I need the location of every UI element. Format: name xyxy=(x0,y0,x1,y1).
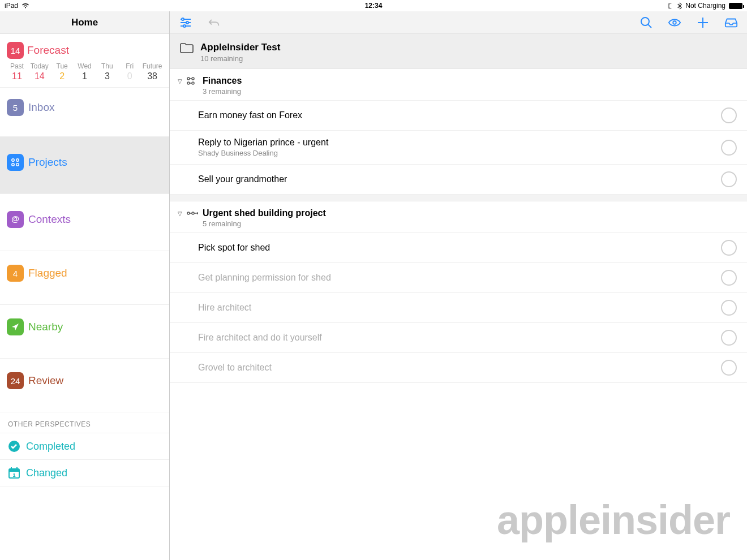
view-button[interactable] xyxy=(668,16,681,29)
forecast-count[interactable]: 1 xyxy=(74,71,96,81)
task-checkbox[interactable] xyxy=(721,300,737,316)
watermark-text: appleinsider xyxy=(497,497,730,543)
forecast-label: Forecast xyxy=(27,44,69,57)
sidebar-item-contexts[interactable]: @ Contexts xyxy=(0,194,169,251)
task-title: Get planning permission for shed xyxy=(198,273,721,283)
task-checkbox[interactable] xyxy=(721,140,737,156)
bluetooth-icon xyxy=(677,2,682,10)
contexts-label: Contexts xyxy=(28,213,71,226)
project-remaining: 10 remaining xyxy=(200,54,280,63)
forecast-count[interactable]: 3 xyxy=(96,71,118,81)
svg-point-15 xyxy=(186,21,188,24)
disclosure-triangle-icon[interactable]: ▽ xyxy=(178,210,182,217)
check-circle-icon xyxy=(8,440,20,453)
undo-button[interactable] xyxy=(207,16,221,29)
toolbar xyxy=(170,11,747,34)
svg-point-14 xyxy=(182,18,184,20)
group-header-shed[interactable]: ▽ Urgent shed building project 5 remaini… xyxy=(170,201,747,232)
project-group: ▽ Urgent shed building project 5 remaini… xyxy=(170,201,747,383)
sidebar-item-nearby[interactable]: Nearby xyxy=(0,305,169,359)
task-row[interactable]: Pick spot for shed xyxy=(170,232,747,262)
status-bar: iPad 12:34 Not Charging xyxy=(0,0,747,11)
inbox-tray-button[interactable] xyxy=(724,16,738,29)
svg-point-30 xyxy=(192,212,194,214)
forecast-count[interactable]: 2 xyxy=(51,71,74,81)
forecast-count[interactable]: 11 xyxy=(6,71,28,81)
nearby-label: Nearby xyxy=(28,321,63,333)
task-checkbox[interactable] xyxy=(721,107,737,123)
main-panel: AppleInsider Test 10 remaining ▽ Finance… xyxy=(170,11,747,560)
perspective-changed[interactable]: 1 Changed xyxy=(0,460,169,486)
sidebar-body[interactable]: 14 Forecast Past Today Tue Wed Thu Fri F… xyxy=(0,34,169,560)
task-checkbox[interactable] xyxy=(721,270,737,286)
task-title: Earn money fast on Forex xyxy=(198,110,721,120)
task-row[interactable]: Sell your grandmother xyxy=(170,164,747,194)
inbox-label: Inbox xyxy=(28,101,54,114)
svg-point-16 xyxy=(183,25,186,27)
app-frame: Home 14 Forecast Past Today Tue Wed Thu … xyxy=(0,11,747,560)
forecast-badge: 14 xyxy=(7,42,24,59)
task-row[interactable]: Fire architect and do it yourself xyxy=(170,322,747,352)
task-row[interactable]: Earn money fast on Forex xyxy=(170,100,747,130)
task-checkbox[interactable] xyxy=(721,330,737,346)
svg-point-1 xyxy=(16,159,19,161)
completed-label: Completed xyxy=(26,441,75,453)
forecast-day: Wed xyxy=(74,62,96,70)
wifi-icon xyxy=(22,3,29,8)
task-row[interactable]: Hire architect xyxy=(170,292,747,322)
sidebar-item-inbox[interactable]: 5 Inbox xyxy=(0,88,169,137)
sidebar-item-review[interactable]: 24 Review xyxy=(0,359,169,412)
task-row[interactable]: Grovel to architect xyxy=(170,352,747,382)
forecast-count[interactable]: 38 xyxy=(141,71,164,81)
sidebar-title: Home xyxy=(0,11,169,34)
svg-text:@: @ xyxy=(11,214,19,223)
forecast-count[interactable]: 0 xyxy=(118,71,141,81)
search-button[interactable] xyxy=(639,16,653,29)
sidebar-item-projects[interactable]: Projects xyxy=(0,137,169,194)
task-title: Hire architect xyxy=(198,303,721,313)
filter-button[interactable] xyxy=(179,16,192,29)
svg-line-18 xyxy=(648,24,651,28)
task-title: Fire architect and do it yourself xyxy=(198,333,721,343)
forecast-count[interactable]: 14 xyxy=(28,71,51,81)
task-title: Grovel to architect xyxy=(198,363,721,373)
projects-label: Projects xyxy=(28,156,67,169)
inbox-badge: 5 xyxy=(7,99,24,116)
task-row[interactable]: Get planning permission for shed xyxy=(170,262,747,292)
project-title: AppleInsider Test xyxy=(200,42,280,53)
forecast-day: Tue xyxy=(51,62,74,70)
add-button[interactable] xyxy=(696,16,710,29)
charging-label: Not Charging xyxy=(685,2,725,10)
task-checkbox[interactable] xyxy=(721,171,737,187)
project-header[interactable]: AppleInsider Test 10 remaining xyxy=(170,34,747,69)
task-checkbox[interactable] xyxy=(721,240,737,256)
group-title: Urgent shed building project xyxy=(203,208,326,218)
clock: 12:34 xyxy=(365,2,383,10)
svg-point-3 xyxy=(16,163,19,166)
svg-text:1: 1 xyxy=(12,472,15,478)
task-context: Shady Business Dealing xyxy=(198,149,714,157)
task-checkbox[interactable] xyxy=(721,360,737,376)
svg-point-27 xyxy=(192,82,194,84)
project-group: ▽ Finances 3 remaining Earn money fast o… xyxy=(170,69,747,195)
svg-rect-9 xyxy=(16,467,18,470)
moon-icon xyxy=(668,3,674,9)
group-remaining: 3 remaining xyxy=(203,87,242,96)
parallel-icon xyxy=(187,77,198,85)
sidebar-item-flagged[interactable]: 4 Flagged xyxy=(0,251,169,305)
forecast-day: Past xyxy=(6,62,28,70)
sidebar: Home 14 Forecast Past Today Tue Wed Thu … xyxy=(0,11,170,560)
sequential-icon xyxy=(187,209,198,217)
sidebar-forecast[interactable]: 14 Forecast Past Today Tue Wed Thu Fri F… xyxy=(0,34,169,88)
disclosure-triangle-icon[interactable]: ▽ xyxy=(178,78,182,84)
perspective-completed[interactable]: Completed xyxy=(0,433,169,460)
group-header-finances[interactable]: ▽ Finances 3 remaining xyxy=(170,69,747,100)
task-row[interactable]: Reply to Nigerian prince - urgent Shady … xyxy=(170,130,747,164)
flagged-badge: 4 xyxy=(7,265,24,282)
forecast-day: Future xyxy=(141,62,164,70)
task-title: Reply to Nigerian prince - urgent xyxy=(198,137,714,148)
forecast-day: Thu xyxy=(96,62,118,70)
flagged-label: Flagged xyxy=(28,267,67,279)
svg-rect-7 xyxy=(9,469,19,472)
device-label: iPad xyxy=(5,2,18,10)
